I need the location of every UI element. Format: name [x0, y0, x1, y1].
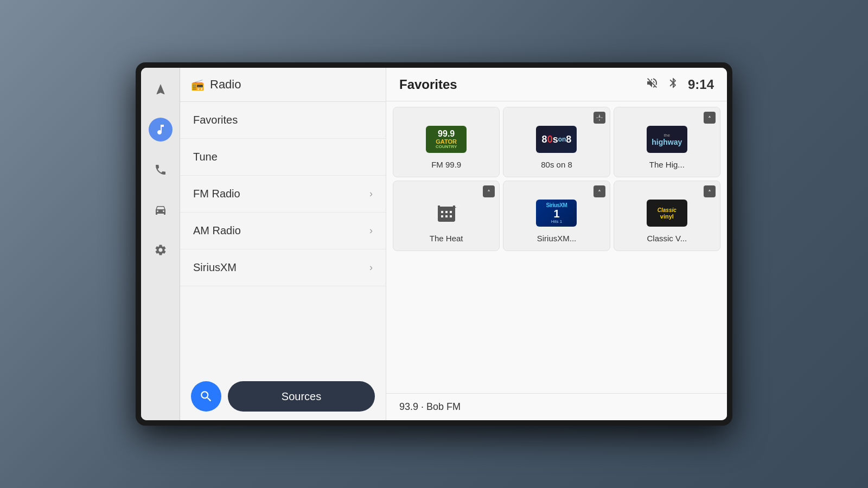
- fav-card-80son8[interactable]: 80son8 80s on 8: [503, 107, 610, 177]
- section-title: Favorites: [399, 77, 457, 92]
- fav-name: 80s on 8: [541, 160, 572, 169]
- menu-header: 📻 Radio: [180, 68, 386, 102]
- screen-content: 📻 Radio Favorites Tune FM Radio › AM Rad…: [141, 68, 727, 420]
- satellite-badge: [704, 185, 716, 197]
- car-screen: 📻 Radio Favorites Tune FM Radio › AM Rad…: [136, 62, 732, 426]
- fav-logo-sirius: SiriusXM 1 Hits 1: [535, 197, 578, 229]
- content-header: Favorites 9:14: [386, 68, 727, 101]
- chevron-right-icon: ›: [369, 188, 373, 200]
- sources-button[interactable]: Sources: [228, 381, 375, 412]
- menu-items-list: Favorites Tune FM Radio › AM Radio › Sir…: [180, 102, 386, 373]
- fav-card-fm999[interactable]: 99.9 GATOR COUNTRY FM 99.9: [393, 107, 500, 177]
- fav-logo-80s: 80son8: [535, 123, 578, 156]
- chevron-right-icon: ›: [369, 225, 373, 236]
- fav-name: SiriusXM...: [537, 234, 577, 243]
- fav-card-siriusxm[interactable]: SiriusXM 1 Hits 1 SiriusXM...: [503, 181, 610, 251]
- fav-card-classicvinyl[interactable]: Classic vinyl Classic V...: [614, 181, 720, 251]
- now-playing-bar: 93.9 · Bob FM: [386, 393, 727, 420]
- menu-bottom-bar: Sources: [180, 373, 386, 420]
- fav-name: FM 99.9: [431, 160, 461, 169]
- fav-name: Classic V...: [647, 234, 687, 243]
- sidebar: [141, 68, 180, 420]
- content-panel: Favorites 9:14 99.9: [386, 68, 727, 420]
- header-icons: 9:14: [646, 76, 714, 92]
- fav-card-highway[interactable]: the highway The Hig...: [614, 107, 720, 177]
- mute-icon: [646, 76, 659, 92]
- satellite-badge: [593, 112, 605, 124]
- sidebar-icon-music[interactable]: [149, 118, 173, 142]
- menu-item-siriusxm[interactable]: SiriusXM ›: [180, 249, 386, 286]
- fav-logo-highway: the highway: [645, 123, 688, 156]
- search-button[interactable]: [191, 381, 221, 412]
- fav-card-heat[interactable]: The Heat: [393, 181, 500, 251]
- satellite-badge: [483, 185, 495, 197]
- menu-item-fm-radio[interactable]: FM Radio ›: [180, 176, 386, 213]
- fav-logo-gator: 99.9 GATOR COUNTRY: [425, 123, 468, 156]
- menu-item-am-radio[interactable]: AM Radio ›: [180, 213, 386, 249]
- satellite-badge: [593, 185, 605, 197]
- radio-icon: 📻: [191, 78, 205, 91]
- sidebar-icon-phone[interactable]: [149, 158, 173, 182]
- clock-display: 9:14: [688, 77, 714, 92]
- fav-name: The Hig...: [649, 160, 685, 169]
- sidebar-icon-car[interactable]: [149, 198, 173, 222]
- fav-logo-radio: [425, 197, 468, 229]
- menu-title: Radio: [210, 78, 241, 92]
- now-playing-text: 93.9 · Bob FM: [399, 401, 461, 412]
- menu-item-tune[interactable]: Tune: [180, 139, 386, 176]
- fav-logo-vinyl: Classic vinyl: [645, 197, 688, 229]
- sidebar-icon-navigation[interactable]: [149, 78, 173, 101]
- menu-item-favorites[interactable]: Favorites: [180, 102, 386, 139]
- bluetooth-icon: [667, 77, 679, 92]
- fav-name: The Heat: [430, 234, 463, 243]
- satellite-badge: [704, 112, 716, 124]
- sidebar-icon-settings[interactable]: [149, 238, 173, 262]
- favorites-grid: 99.9 GATOR COUNTRY FM 99.9 80son8: [386, 101, 727, 256]
- menu-panel: 📻 Radio Favorites Tune FM Radio › AM Rad…: [180, 68, 386, 420]
- chevron-right-icon: ›: [369, 262, 373, 273]
